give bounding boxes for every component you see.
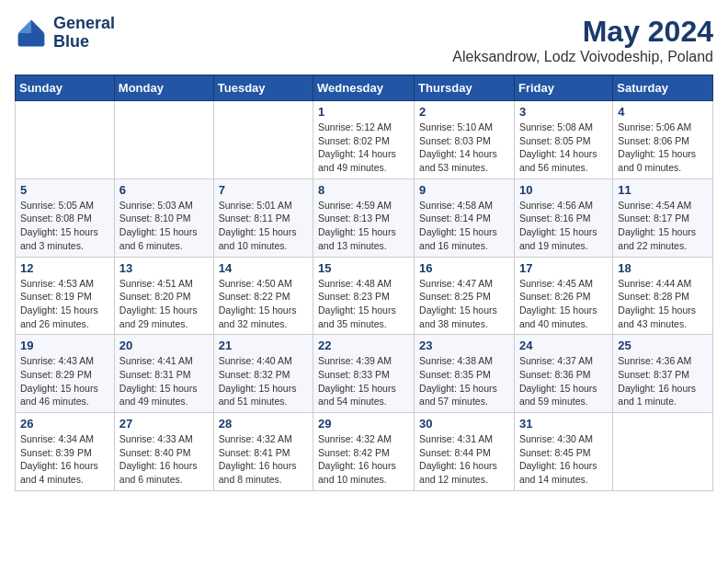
day-info: Sunrise: 5:10 AM Sunset: 8:03 PM Dayligh… — [419, 121, 509, 175]
title-area: May 2024 Aleksandrow, Lodz Voivodeship, … — [452, 15, 713, 65]
day-number: 16 — [419, 261, 509, 275]
day-info: Sunrise: 4:36 AM Sunset: 8:37 PM Dayligh… — [618, 354, 708, 408]
day-number: 28 — [219, 417, 308, 431]
day-info: Sunrise: 4:54 AM Sunset: 8:17 PM Dayligh… — [618, 199, 708, 253]
calendar-cell: 23Sunrise: 4:38 AM Sunset: 8:35 PM Dayli… — [415, 335, 515, 413]
weekday-header-saturday: Saturday — [613, 75, 713, 101]
day-info: Sunrise: 4:44 AM Sunset: 8:28 PM Dayligh… — [618, 277, 708, 331]
day-number: 1 — [318, 105, 409, 119]
logo-icon — [15, 17, 48, 50]
day-number: 11 — [618, 183, 708, 197]
weekday-header-wednesday: Wednesday — [313, 75, 415, 101]
day-info: Sunrise: 4:50 AM Sunset: 8:22 PM Dayligh… — [219, 277, 308, 331]
day-info: Sunrise: 5:08 AM Sunset: 8:05 PM Dayligh… — [519, 121, 608, 175]
weekday-header-friday: Friday — [514, 75, 612, 101]
calendar-cell: 20Sunrise: 4:41 AM Sunset: 8:31 PM Dayli… — [114, 335, 213, 413]
calendar-cell: 17Sunrise: 4:45 AM Sunset: 8:26 PM Dayli… — [514, 257, 612, 335]
calendar-subtitle: Aleksandrow, Lodz Voivodeship, Poland — [452, 49, 713, 65]
day-number: 18 — [618, 261, 708, 275]
calendar-cell: 9Sunrise: 4:58 AM Sunset: 8:14 PM Daylig… — [415, 178, 515, 257]
svg-rect-2 — [18, 33, 45, 46]
day-info: Sunrise: 4:48 AM Sunset: 8:23 PM Dayligh… — [318, 277, 409, 331]
calendar-cell: 11Sunrise: 4:54 AM Sunset: 8:17 PM Dayli… — [613, 178, 713, 257]
day-number: 17 — [519, 261, 608, 275]
weekday-header-tuesday: Tuesday — [213, 75, 313, 101]
day-number: 9 — [419, 183, 509, 197]
weekday-header-row: SundayMondayTuesdayWednesdayThursdayFrid… — [16, 75, 713, 101]
day-number: 22 — [318, 339, 409, 352]
calendar-cell: 16Sunrise: 4:47 AM Sunset: 8:25 PM Dayli… — [415, 257, 515, 335]
day-number: 8 — [318, 183, 409, 197]
day-number: 15 — [318, 261, 409, 275]
calendar-cell: 24Sunrise: 4:37 AM Sunset: 8:36 PM Dayli… — [514, 335, 612, 413]
page-header: General Blue May 2024 Aleksandrow, Lodz … — [15, 15, 713, 65]
day-number: 5 — [20, 183, 109, 197]
day-number: 30 — [419, 417, 509, 431]
day-number: 12 — [20, 261, 109, 275]
calendar-cell — [613, 413, 713, 491]
calendar-cell — [213, 101, 313, 179]
calendar-cell — [16, 101, 115, 179]
calendar-cell: 2Sunrise: 5:10 AM Sunset: 8:03 PM Daylig… — [415, 101, 515, 179]
day-info: Sunrise: 5:05 AM Sunset: 8:08 PM Dayligh… — [20, 199, 109, 253]
day-info: Sunrise: 4:56 AM Sunset: 8:16 PM Dayligh… — [519, 199, 608, 253]
day-number: 31 — [519, 417, 608, 431]
calendar-table: SundayMondayTuesdayWednesdayThursdayFrid… — [15, 75, 713, 491]
weekday-header-monday: Monday — [114, 75, 213, 101]
calendar-week-row: 5Sunrise: 5:05 AM Sunset: 8:08 PM Daylig… — [16, 178, 713, 257]
calendar-cell: 3Sunrise: 5:08 AM Sunset: 8:05 PM Daylig… — [514, 101, 612, 179]
day-number: 13 — [119, 261, 209, 275]
day-info: Sunrise: 4:38 AM Sunset: 8:35 PM Dayligh… — [419, 354, 509, 408]
calendar-cell: 10Sunrise: 4:56 AM Sunset: 8:16 PM Dayli… — [514, 178, 612, 257]
day-number: 26 — [20, 417, 109, 431]
calendar-cell: 22Sunrise: 4:39 AM Sunset: 8:33 PM Dayli… — [313, 335, 415, 413]
day-number: 10 — [519, 183, 608, 197]
calendar-cell: 25Sunrise: 4:36 AM Sunset: 8:37 PM Dayli… — [613, 335, 713, 413]
calendar-week-row: 19Sunrise: 4:43 AM Sunset: 8:29 PM Dayli… — [16, 335, 713, 413]
calendar-cell: 31Sunrise: 4:30 AM Sunset: 8:45 PM Dayli… — [514, 413, 612, 491]
calendar-cell: 18Sunrise: 4:44 AM Sunset: 8:28 PM Dayli… — [613, 257, 713, 335]
logo: General Blue — [15, 15, 115, 52]
day-info: Sunrise: 4:32 AM Sunset: 8:42 PM Dayligh… — [318, 432, 409, 487]
calendar-cell: 5Sunrise: 5:05 AM Sunset: 8:08 PM Daylig… — [16, 178, 115, 257]
svg-marker-0 — [31, 19, 44, 32]
calendar-cell: 13Sunrise: 4:51 AM Sunset: 8:20 PM Dayli… — [114, 257, 213, 335]
day-number: 24 — [519, 339, 608, 352]
day-info: Sunrise: 5:12 AM Sunset: 8:02 PM Dayligh… — [318, 121, 409, 175]
calendar-cell — [114, 101, 213, 179]
day-info: Sunrise: 4:43 AM Sunset: 8:29 PM Dayligh… — [20, 354, 109, 408]
calendar-week-row: 1Sunrise: 5:12 AM Sunset: 8:02 PM Daylig… — [16, 101, 713, 179]
day-info: Sunrise: 4:37 AM Sunset: 8:36 PM Dayligh… — [519, 354, 608, 408]
calendar-cell: 6Sunrise: 5:03 AM Sunset: 8:10 PM Daylig… — [114, 178, 213, 257]
calendar-cell: 26Sunrise: 4:34 AM Sunset: 8:39 PM Dayli… — [16, 413, 115, 491]
day-info: Sunrise: 4:45 AM Sunset: 8:26 PM Dayligh… — [519, 277, 608, 331]
day-info: Sunrise: 4:47 AM Sunset: 8:25 PM Dayligh… — [419, 277, 509, 331]
calendar-cell: 27Sunrise: 4:33 AM Sunset: 8:40 PM Dayli… — [114, 413, 213, 491]
calendar-cell: 15Sunrise: 4:48 AM Sunset: 8:23 PM Dayli… — [313, 257, 415, 335]
day-number: 27 — [119, 417, 209, 431]
day-number: 14 — [219, 261, 308, 275]
day-info: Sunrise: 4:41 AM Sunset: 8:31 PM Dayligh… — [119, 354, 209, 408]
calendar-cell: 8Sunrise: 4:59 AM Sunset: 8:13 PM Daylig… — [313, 178, 415, 257]
calendar-cell: 28Sunrise: 4:32 AM Sunset: 8:41 PM Dayli… — [213, 413, 313, 491]
day-info: Sunrise: 4:39 AM Sunset: 8:33 PM Dayligh… — [318, 354, 409, 408]
weekday-header-thursday: Thursday — [415, 75, 515, 101]
day-number: 29 — [318, 417, 409, 431]
day-info: Sunrise: 4:30 AM Sunset: 8:45 PM Dayligh… — [519, 432, 608, 487]
day-info: Sunrise: 4:31 AM Sunset: 8:44 PM Dayligh… — [419, 432, 509, 487]
day-info: Sunrise: 5:06 AM Sunset: 8:06 PM Dayligh… — [618, 121, 708, 175]
calendar-cell: 1Sunrise: 5:12 AM Sunset: 8:02 PM Daylig… — [313, 101, 415, 179]
calendar-week-row: 12Sunrise: 4:53 AM Sunset: 8:19 PM Dayli… — [16, 257, 713, 335]
day-number: 4 — [618, 105, 708, 119]
day-info: Sunrise: 4:33 AM Sunset: 8:40 PM Dayligh… — [119, 432, 209, 487]
svg-marker-1 — [18, 19, 31, 32]
calendar-cell: 29Sunrise: 4:32 AM Sunset: 8:42 PM Dayli… — [313, 413, 415, 491]
calendar-cell: 4Sunrise: 5:06 AM Sunset: 8:06 PM Daylig… — [613, 101, 713, 179]
day-info: Sunrise: 4:32 AM Sunset: 8:41 PM Dayligh… — [219, 432, 308, 487]
day-info: Sunrise: 4:58 AM Sunset: 8:14 PM Dayligh… — [419, 199, 509, 253]
calendar-cell: 19Sunrise: 4:43 AM Sunset: 8:29 PM Dayli… — [16, 335, 115, 413]
day-info: Sunrise: 4:53 AM Sunset: 8:19 PM Dayligh… — [20, 277, 109, 331]
day-number: 7 — [219, 183, 308, 197]
day-info: Sunrise: 4:34 AM Sunset: 8:39 PM Dayligh… — [20, 432, 109, 487]
day-number: 25 — [618, 339, 708, 352]
